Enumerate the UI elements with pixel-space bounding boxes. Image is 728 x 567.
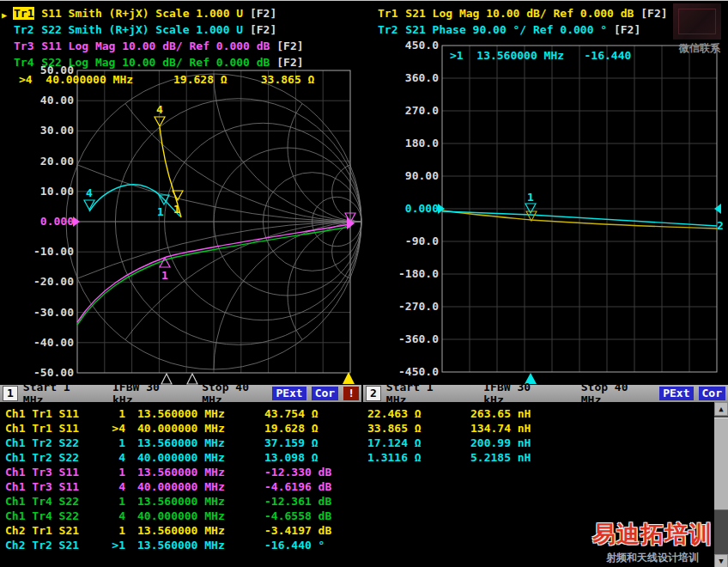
channel-number-badge[interactable]: 2	[366, 386, 381, 401]
mt-freq: 13.560000 MHz	[137, 523, 264, 538]
vna-instrument-screen: ▶Tr1 S11 Smith (R+jX) Scale 1.000 U [F2]…	[0, 0, 728, 567]
trace-status-tr2[interactable]: ▶Tr2 S22 Smith (R+jX) Scale 1.000 U [F2]	[2, 21, 304, 38]
y-axis-label: 20.00	[21, 155, 74, 168]
marker-tr1-1[interactable]: 1	[173, 191, 183, 216]
active-stimulus-marker-icon	[343, 372, 355, 384]
fixture-tag: [F2]	[276, 56, 303, 69]
sweep-start-label: Start 1 MHz	[23, 381, 88, 406]
cor-badge: Cor	[699, 387, 725, 400]
fixture-tag: [F2]	[250, 23, 276, 36]
scroll-down-button[interactable]: ▼	[714, 554, 728, 567]
y-axis-label: -20.00	[21, 275, 74, 289]
marker-label: 1	[161, 269, 168, 282]
status-badges: PExt Cor !	[267, 387, 359, 400]
y-axis-label: 0.000	[385, 202, 439, 216]
mt-trace: Ch1 Tr4 S22	[5, 494, 101, 509]
channel2-y-axis: 450.0360.0270.0180.090.000.000-90.0-180.…	[385, 1, 439, 385]
channel1-status-bar: 1 Start 1 MHz IFBW 30 kHz Stop 40 MHz PE…	[0, 385, 361, 402]
mt-trace: Ch1 Tr1 S11	[5, 421, 101, 436]
trace-name: Tr2	[13, 23, 34, 36]
trace-name: Tr1	[13, 7, 34, 20]
y-axis-label: -180.0	[385, 267, 439, 281]
mt-mkr: 1	[101, 465, 125, 479]
y-axis-label: -270.0	[385, 300, 439, 314]
channel-number-badge[interactable]: 1	[3, 386, 18, 401]
trace-settings: S21 Phase 90.00 °/ Ref 0.000 °	[398, 23, 613, 36]
y-axis-label: -90.0	[385, 235, 439, 248]
mt-v1: 37.159 Ω	[264, 436, 367, 450]
mt-freq: 13.560000 MHz	[137, 465, 264, 479]
mt-mkr: >4	[101, 421, 125, 436]
scrollbar-track[interactable]	[714, 416, 728, 554]
trace-status-tr2[interactable]: ▶Tr2 S21 Phase 90.00 °/ Ref 0.000 ° [F2]	[366, 21, 668, 38]
reference-level-arrow-icon	[73, 216, 80, 227]
mt-freq: 40.000000 MHz	[137, 509, 264, 523]
sweep-stop-label: Stop 40 MHz	[581, 381, 654, 406]
y-axis-label: 270.0	[385, 104, 439, 118]
mt-trace: Ch1 Tr4 S22	[5, 509, 101, 523]
trace-settings: S11 Log Mag 10.00 dB/ Ref 0.000 dB	[34, 40, 276, 52]
marker-label: 4	[86, 186, 93, 199]
y-axis-label: 90.00	[385, 169, 439, 183]
pext-badge: PExt	[272, 387, 306, 400]
trace-name: Tr4	[13, 56, 34, 69]
status-badges: PExt Cor	[654, 387, 725, 400]
channel1-marker-readout: >4 40.000000 MHz 19.628 Ω 33.865 Ω	[19, 73, 314, 86]
marker-tr1-4[interactable]: 4	[155, 103, 165, 126]
scrollbar-thumb[interactable]	[714, 418, 728, 510]
cor-badge: Cor	[312, 387, 338, 400]
mt-v1: -12.330 dB	[264, 465, 367, 479]
trace-status-tr1[interactable]: ▶Tr1 S11 Smith (R+jX) Scale 1.000 U [F2]	[2, 5, 304, 21]
ifbw-label: IFBW 30 kHz	[112, 381, 178, 406]
up-arrow-icon: ▲	[719, 405, 723, 413]
trace-name: Tr1	[377, 7, 398, 20]
mt-mkr: 1	[101, 436, 125, 450]
mt-v3: 263.65 nH	[470, 407, 531, 420]
mt-trace: Ch2 Tr2 S21	[5, 538, 101, 552]
mt-trace: Ch1 Tr1 S11	[5, 406, 101, 421]
trace-number-label: 2	[717, 219, 724, 232]
mt-v1: -12.361 dB	[264, 494, 367, 509]
mt-mkr: 4	[101, 450, 125, 465]
channel1-trace-header: ▶Tr1 S11 Smith (R+jX) Scale 1.000 U [F2]…	[2, 5, 304, 70]
y-axis-label: -360.0	[385, 332, 439, 346]
marker-table-row: Ch1 Tr4 S22113.560000 MHz-12.361 dB	[0, 494, 714, 509]
mt-trace: Ch1 Tr2 S22	[5, 450, 101, 465]
y-axis-label: -40.00	[21, 336, 74, 350]
marker-tr2-1[interactable]: 1	[525, 191, 537, 221]
y-axis-label: 30.00	[21, 124, 74, 137]
mt-v3: 5.2185 nH	[470, 451, 531, 464]
trace-status-tr4[interactable]: ▶Tr4 S22 Log Mag 10.00 dB/ Ref 0.000 dB …	[2, 54, 304, 70]
mt-freq: 40.000000 MHz	[137, 450, 264, 465]
marker-table-row: Ch2 Tr2 S21>113.560000 MHz-16.440 °	[0, 538, 714, 552]
y-axis-label: 0.000	[21, 215, 74, 229]
mt-v2: 17.124 Ω	[367, 436, 470, 450]
marker-triangle-icon	[155, 117, 165, 126]
trace-settings: S21 Log Mag 10.00 dB/ Ref 0.000 dB	[398, 7, 640, 20]
mt-mkr: 1	[101, 406, 125, 421]
marker-label: 1	[157, 205, 164, 218]
scroll-up-button[interactable]: ▲	[714, 402, 728, 416]
trace-status-tr3[interactable]: ▶Tr3 S11 Log Mag 10.00 dB/ Ref 0.000 dB …	[2, 38, 304, 54]
fixture-tag: [F2]	[640, 7, 667, 20]
mt-freq: 40.000000 MHz	[137, 421, 264, 436]
mt-v1: 43.754 Ω	[264, 406, 367, 421]
mt-freq: 13.560000 MHz	[137, 436, 264, 450]
marker-table-row: Ch1 Tr2 S22113.560000 MHz37.159 Ω17.124 …	[0, 436, 714, 450]
table-scrollbar[interactable]: ▲ ▼	[714, 402, 728, 567]
y-axis-label: -450.0	[385, 365, 439, 379]
alert-badge: !	[343, 387, 359, 400]
marker-table-row: Ch1 Tr3 S11440.000000 MHz-4.6196 dB	[0, 479, 714, 494]
marker-table-row: Ch1 Tr4 S22440.000000 MHz-4.6558 dB	[0, 509, 714, 523]
mt-v1: 19.628 Ω	[264, 421, 367, 436]
mt-v1: -3.4197 dB	[264, 523, 367, 538]
trace-name: Tr3	[13, 40, 34, 52]
mt-v3: 134.74 nH	[470, 422, 531, 435]
mt-mkr: 4	[101, 509, 125, 523]
mt-mkr: 1	[101, 523, 125, 538]
y-axis-label: 180.0	[385, 137, 439, 150]
mt-v1: -4.6558 dB	[264, 509, 367, 523]
channel2-status-bar: 2 Start 1 MHz IFBW 30 kHz Stop 40 MHz PE…	[363, 385, 728, 402]
y-axis-label: -50.00	[21, 366, 74, 380]
trace-status-tr1[interactable]: ▶Tr1 S21 Log Mag 10.00 dB/ Ref 0.000 dB …	[366, 5, 668, 21]
